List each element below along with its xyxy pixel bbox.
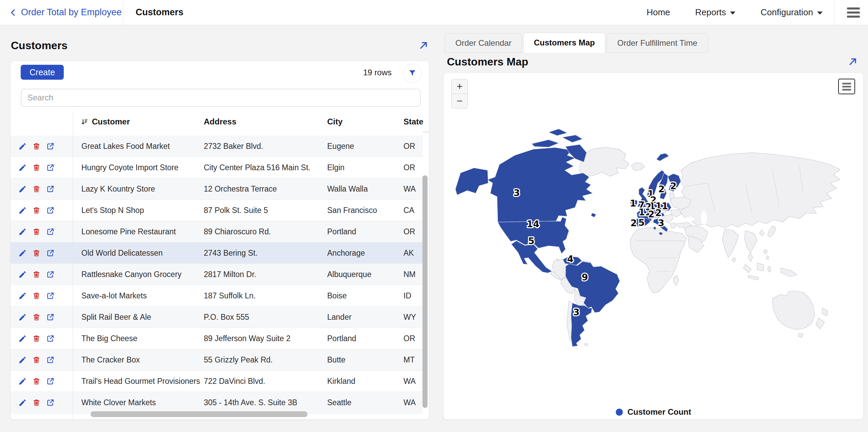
table-row-the-cracker-box[interactable]: The Cracker Box55 Grizzly Peak Rd.ButteM…: [11, 349, 423, 371]
open-button[interactable]: [46, 142, 55, 151]
zoom-out-button[interactable]: −: [452, 94, 468, 108]
open-button[interactable]: [46, 334, 55, 343]
nav-item-configuration[interactable]: Configuration: [761, 7, 823, 18]
open-button[interactable]: [46, 292, 55, 300]
map-value-spain: 5: [638, 217, 645, 228]
horizontal-scrollbar-thumb[interactable]: [91, 411, 308, 417]
table-row-lazy-k-kountry-store[interactable]: Lazy K Kountry Store12 Orchestra Terrace…: [11, 178, 423, 200]
table-row-trail-s-head-gourmet-provisioners[interactable]: Trail's Head Gourmet Provisioners722 DaV…: [11, 371, 423, 392]
column-header-address[interactable]: Address: [204, 112, 236, 132]
cell-address: 2743 Bering St.: [204, 242, 258, 263]
edit-button[interactable]: [18, 206, 27, 215]
delete-button[interactable]: [32, 185, 41, 193]
open-button[interactable]: [46, 163, 55, 172]
table-row-rattlesnake-canyon-grocery[interactable]: Rattlesnake Canyon Grocery2817 Milton Dr…: [11, 264, 423, 285]
nav-item-reports[interactable]: Reports: [695, 7, 735, 18]
table-row-the-big-cheese[interactable]: The Big Cheese89 Jefferson Way Suite 2Po…: [11, 328, 423, 349]
edit-button[interactable]: [18, 377, 27, 386]
country-canada-newfoundland[interactable]: [591, 213, 596, 217]
edit-button[interactable]: [18, 142, 27, 151]
tab-order-fulfillment-time[interactable]: Order Fulfillment Time: [607, 33, 708, 53]
nav-item-home[interactable]: Home: [647, 7, 670, 18]
open-button[interactable]: [46, 398, 55, 407]
country-usa-alaska[interactable]: [455, 168, 488, 195]
edit-button[interactable]: [18, 270, 27, 279]
delete-button[interactable]: [32, 377, 41, 386]
sort-descending-icon: [81, 118, 89, 126]
open-button[interactable]: [46, 377, 55, 386]
row-actions: [11, 328, 73, 349]
cell-city: Portland: [327, 328, 356, 349]
open-button[interactable]: [46, 185, 55, 193]
edit-button[interactable]: [18, 334, 27, 343]
create-button[interactable]: Create: [21, 65, 64, 80]
edit-pencil-icon: [18, 228, 27, 236]
tab-customers-map[interactable]: Customers Map: [523, 33, 605, 53]
open-in-new-arrow-icon[interactable]: [418, 40, 429, 51]
delete-button[interactable]: [32, 313, 41, 321]
filter-button[interactable]: [403, 64, 422, 83]
cell-address: 89 Chiaroscuro Rd.: [204, 221, 271, 242]
edit-button[interactable]: [18, 313, 27, 321]
column-header-state[interactable]: State: [403, 112, 423, 132]
edit-button[interactable]: [18, 249, 27, 257]
column-header-city[interactable]: City: [327, 112, 342, 132]
open-button[interactable]: [46, 313, 55, 321]
zoom-in-button[interactable]: +: [452, 79, 468, 94]
table-row-hungry-coyote-import-store[interactable]: Hungry Coyote Import StoreCity Center Pl…: [11, 157, 423, 178]
table-row-old-world-delicatessen[interactable]: Old World Delicatessen2743 Bering St.Anc…: [11, 242, 423, 264]
landmass-india: [722, 229, 738, 258]
landmass-sri-lanka: [732, 258, 736, 262]
hamburger-menu-icon[interactable]: [847, 7, 860, 18]
column-header-customer[interactable]: Customer: [81, 112, 130, 132]
open-in-new-arrow-icon[interactable]: [848, 57, 858, 67]
world-map: 314549317122211121122253: [447, 81, 861, 387]
edit-button[interactable]: [18, 356, 27, 364]
open-button[interactable]: [46, 228, 55, 236]
landmass-iceland: [632, 162, 645, 171]
delete-button[interactable]: [32, 249, 41, 257]
open-button[interactable]: [46, 206, 55, 215]
map-value-venezuela: 4: [567, 254, 574, 264]
table-row-great-lakes-food-market[interactable]: Great Lakes Food Market2732 Baker Blvd.E…: [11, 136, 423, 157]
delete-button[interactable]: [32, 228, 41, 236]
edit-button[interactable]: [18, 292, 27, 300]
delete-button[interactable]: [32, 206, 41, 215]
landmass-madagascar: [673, 275, 679, 286]
back-link[interactable]: Order Total by Employee: [9, 0, 122, 25]
edit-button[interactable]: [18, 228, 27, 236]
table-row-save-a-lot-markets[interactable]: Save-a-lot Markets187 Suffolk Ln.BoiseID: [11, 285, 423, 307]
cell-city: Portland: [327, 221, 356, 242]
cell-city: Elgin: [327, 157, 344, 178]
cell-customer: The Cracker Box: [81, 349, 140, 370]
map-legend[interactable]: Customer Count: [443, 407, 863, 417]
delete-button[interactable]: [32, 334, 41, 343]
chart-context-menu-button[interactable]: [838, 79, 855, 94]
table-row-let-s-stop-n-shop[interactable]: Let's Stop N Shop87 Polk St. Suite 5San …: [11, 200, 423, 221]
edit-pencil-icon: [18, 142, 27, 151]
open-button[interactable]: [46, 249, 55, 257]
country-norway-svalbard[interactable]: [656, 153, 669, 161]
edit-button[interactable]: [18, 163, 27, 172]
vertical-scrollbar-thumb[interactable]: [422, 175, 428, 408]
delete-button[interactable]: [32, 356, 41, 364]
table-row-split-rail-beer-ale[interactable]: Split Rail Beer & AleP.O. Box 555LanderW…: [11, 307, 423, 328]
tab-order-calendar[interactable]: Order Calendar: [445, 33, 522, 53]
legend-label: Customer Count: [628, 407, 691, 417]
table-row-lonesome-pine-restaurant[interactable]: Lonesome Pine Restaurant89 Chiaroscuro R…: [11, 221, 423, 242]
delete-button[interactable]: [32, 270, 41, 279]
edit-button[interactable]: [18, 398, 27, 407]
delete-button[interactable]: [32, 398, 41, 407]
caspian-sea: [701, 211, 707, 224]
cell-state: OR: [403, 221, 415, 242]
open-button[interactable]: [46, 356, 55, 364]
open-button[interactable]: [46, 270, 55, 279]
map-value-brazil: 9: [582, 272, 588, 282]
search-input[interactable]: [21, 89, 420, 106]
delete-trash-icon: [32, 270, 41, 279]
delete-button[interactable]: [32, 292, 41, 300]
table-row-white-clover-markets[interactable]: White Clover Markets305 - 14th Ave. S. S…: [11, 392, 423, 413]
edit-button[interactable]: [18, 185, 27, 193]
delete-button[interactable]: [32, 142, 41, 151]
delete-button[interactable]: [32, 163, 41, 172]
